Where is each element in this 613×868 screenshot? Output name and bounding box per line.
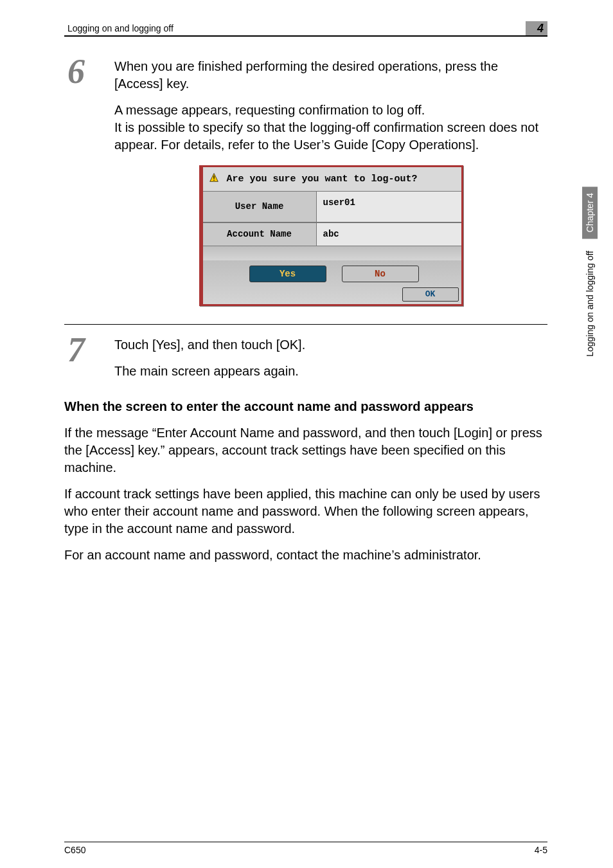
step-6-text-3: It is possible to specify so that the lo… <box>114 119 547 154</box>
no-button[interactable]: No <box>342 266 419 282</box>
yes-button[interactable]: Yes <box>249 266 326 282</box>
step-7-text-2: The main screen appears again. <box>114 363 547 380</box>
section2-p1: If the message “Enter Account Name and p… <box>64 424 547 476</box>
warning-icon <box>209 172 218 185</box>
user-name-value: user01 <box>317 191 461 222</box>
svg-rect-2 <box>213 180 214 181</box>
footer-rule <box>64 842 547 842</box>
account-name-value: abc <box>317 222 461 246</box>
account-name-label: Account Name <box>203 222 317 246</box>
step-6-text-1: When you are finished performing the des… <box>114 58 547 93</box>
chapter-number-tab: 4 <box>526 21 547 35</box>
step-number-6: 6 <box>67 51 85 91</box>
step-6-text-2: A message appears, requesting confirmati… <box>114 102 547 119</box>
footer-page-number: 4-5 <box>535 845 547 855</box>
header-rule <box>64 35 547 37</box>
footer-model: C650 <box>64 845 85 855</box>
running-header: Logging on and logging off <box>67 23 173 33</box>
side-tab-section: Logging on and logging off <box>582 244 598 363</box>
step-divider <box>64 324 547 325</box>
step-7-text-1: Touch [Yes], and then touch [OK]. <box>114 336 547 354</box>
step-number-7: 7 <box>67 330 85 370</box>
section2-p3: For an account name and password, contac… <box>64 547 547 564</box>
svg-rect-1 <box>213 176 214 179</box>
user-name-label: User Name <box>203 191 317 222</box>
side-tab-chapter: Chapter 4 <box>582 186 598 239</box>
section2-p2: If account track settings have been appl… <box>64 485 547 538</box>
subsection-heading: When the screen to enter the account nam… <box>64 399 547 414</box>
dialog-title: Are you sure you want to log-out? <box>227 174 418 185</box>
logout-confirm-dialog: Are you sure you want to log-out? User N… <box>199 165 463 306</box>
ok-button[interactable]: OK <box>402 287 459 302</box>
